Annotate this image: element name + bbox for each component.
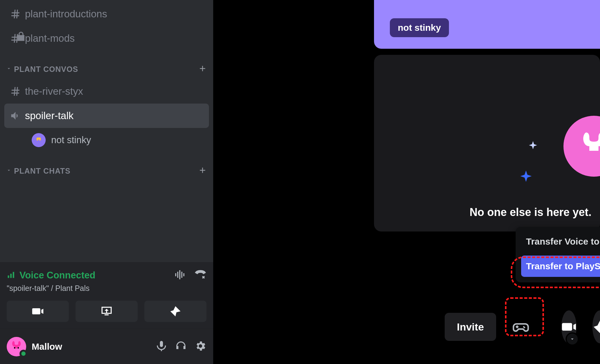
sparkle-icon — [527, 140, 539, 154]
participant-tile-self[interactable]: not stinky — [374, 0, 600, 49]
transfer-voice-xbox[interactable]: Transfer Voice to Xbox — [521, 232, 600, 251]
invite-button[interactable]: Invite — [445, 313, 496, 341]
sparkle-icon — [517, 169, 535, 187]
avatar — [32, 133, 46, 147]
channel-sidebar: plant-introductions plant-mods PLANT CON… — [0, 0, 213, 364]
category-plant-convos[interactable]: PLANT CONVOS — [4, 51, 209, 79]
voice-connected-panel: Voice Connected "spoiler-talk" / Plant P… — [0, 262, 213, 329]
svg-rect-5 — [10, 274, 12, 278]
channel-the-river-styx[interactable]: the-river-styx — [4, 79, 209, 104]
voice-member-name: not stinky — [51, 135, 91, 146]
channel-name: plant-mods — [25, 33, 75, 44]
channel-spoiler-talk[interactable]: spoiler-talk — [4, 104, 209, 128]
add-channel-button[interactable] — [198, 166, 207, 176]
game-console-button[interactable] — [512, 313, 530, 341]
svg-point-0 — [35, 136, 43, 144]
invite-button-label: Invite — [457, 321, 484, 333]
category-name: PLANT CONVOS — [14, 65, 198, 74]
screen-share-button[interactable] — [76, 301, 138, 322]
deafen-button[interactable] — [175, 340, 187, 353]
add-channel-button[interactable] — [198, 64, 207, 74]
channel-list: plant-introductions plant-mods PLANT CON… — [0, 0, 213, 262]
call-controls: Invite — [445, 310, 600, 343]
channel-plant-introductions[interactable]: plant-introductions — [4, 2, 209, 26]
status-online-icon — [19, 350, 27, 358]
hash-lock-icon — [10, 33, 25, 44]
chevron-down-icon — [6, 168, 12, 174]
hash-icon — [10, 8, 25, 20]
channel-name: plant-introductions — [25, 8, 107, 20]
camera-button[interactable] — [7, 301, 69, 322]
hash-icon — [10, 86, 25, 97]
svg-rect-6 — [13, 272, 14, 278]
transfer-voice-playstation[interactable]: Transfer to PlayStation — [521, 256, 600, 277]
svg-rect-4 — [8, 275, 9, 278]
mute-button[interactable] — [155, 340, 168, 353]
category-plant-chats[interactable]: PLANT CHATS — [4, 152, 209, 181]
svg-rect-9 — [179, 270, 180, 279]
username[interactable]: Mallow — [32, 341, 155, 352]
activity-button[interactable] — [144, 301, 206, 322]
chevron-down-icon[interactable] — [566, 332, 579, 346]
svg-rect-3 — [37, 138, 41, 140]
svg-rect-8 — [177, 272, 178, 278]
channel-name: spoiler-talk — [25, 110, 74, 122]
activity-launch-button[interactable] — [592, 310, 600, 343]
settings-button[interactable] — [194, 340, 206, 353]
signal-icon — [7, 270, 15, 280]
participant-name-chip: not stinky — [390, 18, 449, 37]
svg-rect-7 — [175, 273, 176, 276]
svg-rect-11 — [183, 273, 184, 276]
transfer-voice-popover: Transfer Voice to Xbox Transfer to PlayS… — [516, 227, 600, 282]
svg-point-13 — [18, 347, 19, 348]
speaker-icon — [10, 110, 25, 122]
channel-plant-mods[interactable]: plant-mods — [4, 26, 209, 51]
svg-rect-10 — [181, 272, 182, 278]
user-panel: Mallow — [0, 329, 213, 364]
empty-illustration — [563, 116, 600, 177]
empty-state-text: No one else is here yet. — [470, 206, 591, 219]
svg-point-12 — [14, 347, 16, 348]
voice-channel-path: "spoiler-talk" / Plant Pals — [7, 284, 206, 293]
chevron-down-icon — [6, 66, 12, 72]
channel-name: the-river-styx — [25, 86, 83, 97]
disconnect-button[interactable] — [194, 269, 206, 282]
voice-call-view: not stinky No one else is here yet. In T… — [213, 0, 600, 364]
avatar[interactable] — [7, 337, 26, 356]
noise-suppression-button[interactable] — [174, 269, 186, 282]
participant-tile-empty[interactable]: No one else is here yet. — [374, 55, 600, 231]
voice-status[interactable]: Voice Connected — [19, 270, 174, 281]
transfer-ps-label: Transfer to PlayStation — [526, 261, 600, 271]
camera-toggle-button[interactable] — [561, 310, 577, 343]
category-name: PLANT CHATS — [14, 167, 198, 175]
transfer-xbox-label: Transfer Voice to Xbox — [526, 236, 600, 247]
voice-member-not-stinky[interactable]: not stinky — [4, 128, 209, 152]
